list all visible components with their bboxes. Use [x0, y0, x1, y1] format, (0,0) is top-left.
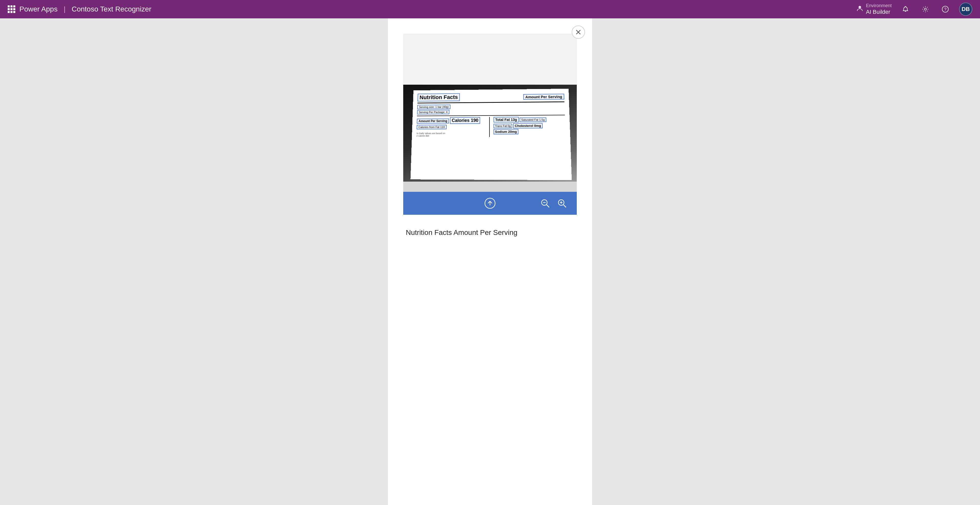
svg-line-10	[547, 205, 549, 207]
cholesterol-row: Cholesterol 0mg	[513, 123, 542, 128]
environment-text: Environment AI Builder	[866, 3, 892, 15]
center-panel: Nutrition Facts Amount Per Serving Servi…	[388, 18, 592, 505]
amount-per-serving-left: Amount Per Serving	[417, 119, 449, 124]
nutrition-image: Nutrition Facts Amount Per Serving Servi…	[403, 34, 577, 192]
environment-icon	[856, 5, 863, 14]
saturated-fat-row: Saturated Fat 1.5g	[520, 118, 546, 122]
environment-label: Environment	[866, 3, 892, 9]
image-container: Nutrition Facts Amount Per Serving Servi…	[403, 34, 577, 215]
amount-per-serving-header: Amount Per Serving	[523, 94, 564, 100]
notifications-button[interactable]	[899, 3, 912, 15]
result-text: Nutrition Facts Amount Per Serving	[403, 215, 577, 237]
app-name: Power Apps	[19, 5, 57, 13]
settings-button[interactable]	[919, 3, 932, 15]
calories-row: Calories 190	[450, 117, 480, 124]
serving-size-row: Serving size: 1 bar (40g)	[417, 105, 450, 109]
topbar-left: Power Apps | Contoso Text Recognizer	[8, 5, 151, 13]
topbar-separator: |	[64, 5, 65, 13]
right-gray-area	[592, 18, 980, 505]
user-avatar[interactable]: DB	[959, 3, 972, 16]
help-button[interactable]: ?	[939, 3, 951, 15]
environment-name: AI Builder	[866, 9, 892, 15]
calories-from-fat-row: Calories from Fat 110	[417, 125, 446, 129]
zoom-in-button[interactable]	[555, 196, 569, 210]
waffle-menu-icon[interactable]	[8, 5, 15, 13]
trans-fat-row: Trans Fat 0g	[493, 124, 512, 128]
left-gray-area	[0, 18, 388, 505]
zoom-out-button[interactable]	[538, 196, 552, 210]
nutrition-facts-title: Nutrition Facts	[417, 93, 460, 102]
svg-line-14	[563, 205, 566, 207]
image-toolbar	[403, 192, 577, 215]
sodium-row: Sodium 20mg	[493, 129, 518, 134]
close-button[interactable]	[572, 25, 585, 39]
svg-point-1	[924, 8, 926, 10]
topbar-right: Environment AI Builder ? DB	[856, 3, 972, 16]
main-content: Nutrition Facts Amount Per Serving Servi…	[0, 18, 980, 505]
total-fat-row: Total Fat 13g	[493, 117, 519, 122]
calorie-diet-note: 2 calorie diet	[416, 134, 487, 137]
zoom-controls	[538, 196, 569, 210]
upload-button[interactable]	[483, 196, 497, 210]
svg-point-0	[859, 6, 861, 8]
svg-text:?: ?	[944, 7, 947, 11]
environment-block: Environment AI Builder	[856, 3, 892, 15]
app-subtitle: Contoso Text Recognizer	[72, 5, 151, 13]
serving-per-package-row: Serving Per Package: 4	[417, 110, 449, 114]
topbar: Power Apps | Contoso Text Recognizer Env…	[0, 0, 980, 18]
